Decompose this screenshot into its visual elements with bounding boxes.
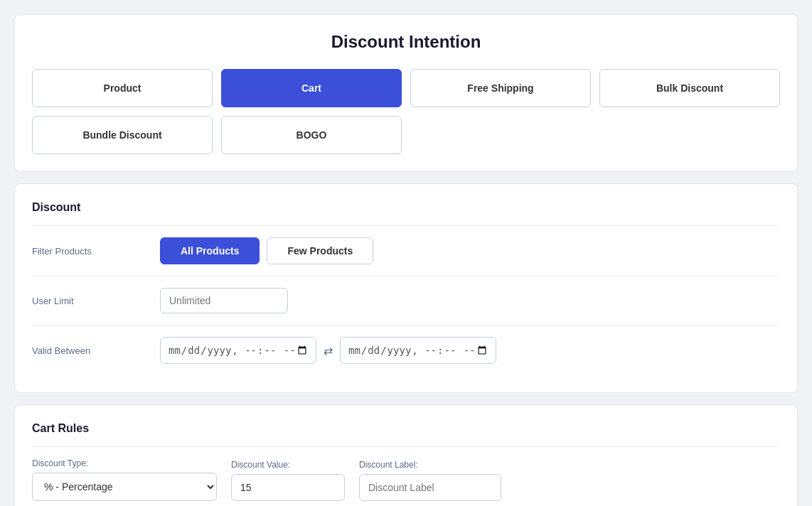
discount-label-label: Discount Label:	[359, 460, 501, 470]
intent-btn-bulk-discount[interactable]: Bulk Discount	[599, 69, 780, 107]
user-limit-row: User Limit	[32, 276, 780, 325]
intent-btn-bogo[interactable]: BOGO	[221, 116, 402, 154]
cart-rules-fields: Discount Type: % - Percentage $ - Fixed …	[32, 458, 780, 501]
discount-type-select[interactable]: % - Percentage $ - Fixed Amount Free Shi…	[32, 473, 217, 501]
all-products-btn[interactable]: All Products	[160, 237, 260, 264]
filter-products-row: Filter Products All Products Few Product…	[32, 226, 780, 276]
page-title: Discount Intention	[32, 32, 780, 52]
valid-between-end-input[interactable]	[340, 337, 496, 364]
user-limit-label: User Limit	[32, 296, 160, 306]
swap-icon: ⇄	[324, 344, 333, 357]
discount-card: Discount Filter Products All Products Fe…	[14, 183, 798, 393]
cart-rules-title: Cart Rules	[32, 422, 780, 447]
intent-btn-bundle-discount[interactable]: Bundle Discount	[32, 116, 213, 154]
valid-between-control: ⇄	[160, 337, 496, 364]
discount-value-group: Discount Value:	[231, 460, 345, 501]
intention-row-2: Bundle Discount BOGO	[32, 116, 780, 154]
valid-between-start-input[interactable]	[160, 337, 316, 364]
few-products-btn[interactable]: Few Products	[267, 237, 373, 264]
discount-label-input[interactable]	[359, 474, 501, 501]
user-limit-input[interactable]	[160, 288, 288, 313]
valid-between-row: Valid Between ⇄	[32, 325, 780, 375]
intention-buttons-container: Product Cart Free Shipping Bulk Discount…	[32, 69, 780, 154]
discount-label-group: Discount Label:	[359, 460, 501, 501]
discount-type-label: Discount Type:	[32, 458, 217, 468]
intent-btn-free-shipping[interactable]: Free Shipping	[410, 69, 591, 107]
intention-card: Discount Intention Product Cart Free Shi…	[14, 14, 798, 172]
intent-btn-cart[interactable]: Cart	[221, 69, 402, 107]
discount-type-group: Discount Type: % - Percentage $ - Fixed …	[32, 458, 217, 501]
user-limit-control	[160, 288, 288, 313]
cart-rules-card: Cart Rules Discount Type: % - Percentage…	[14, 404, 798, 506]
filter-products-label: Filter Products	[32, 246, 160, 257]
discount-value-input[interactable]	[231, 474, 345, 501]
discount-section-title: Discount	[32, 201, 780, 226]
filter-products-control: All Products Few Products	[160, 237, 373, 264]
valid-between-label: Valid Between	[32, 345, 160, 356]
intention-row-1: Product Cart Free Shipping Bulk Discount	[32, 69, 780, 107]
discount-value-label: Discount Value:	[231, 460, 345, 470]
intent-btn-product[interactable]: Product	[32, 69, 213, 107]
